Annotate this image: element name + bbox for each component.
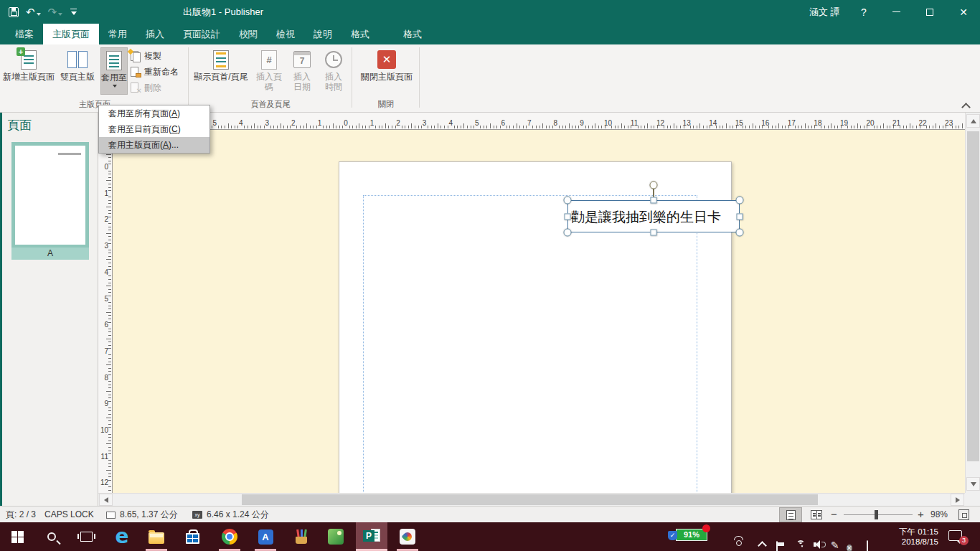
zoom-slider-track[interactable] [844,514,913,515]
tab-home[interactable]: 常用 [99,24,136,44]
menu-item-apply-all-pages[interactable]: 套用至所有頁面(A) [99,105,209,121]
resize-handle-left[interactable] [565,214,571,220]
store-button[interactable] [176,522,208,551]
apply-to-button[interactable]: 套用至 [100,47,128,95]
resize-handle-top-left[interactable] [564,197,572,204]
ruler-tick [638,126,639,128]
new-master-page-button[interactable]: + 新增主版頁面 [3,47,55,95]
ruler-tick [559,126,560,128]
sync-blocked-icon[interactable]: ✕ [847,531,852,545]
rotation-handle[interactable] [650,182,658,189]
ruler-number: 4 [104,269,108,276]
edge-button[interactable]: e [106,522,138,551]
ruler-tick [108,322,111,323]
search-button[interactable] [36,522,67,551]
tab-review[interactable]: 校閱 [230,24,267,44]
taskbar-clock[interactable]: 下午 01:15 2018/8/15 [888,527,938,547]
menu-item-apply-master-page[interactable]: 套用主版頁面(A)... [99,137,209,153]
resize-handle-bottom[interactable] [651,230,657,236]
horizontal-scrollbar[interactable] [98,493,965,506]
duplicate-button[interactable]: 複製 [129,49,187,63]
ruler-tick [939,126,940,128]
save-icon[interactable] [9,7,19,17]
task-view-button[interactable] [70,522,102,551]
two-page-master-label: 雙頁主版 [60,72,95,82]
publisher-taskbar-button[interactable]: P [356,522,387,551]
tab-page-design[interactable]: 頁面設計 [174,24,230,44]
horizontal-ruler[interactable]: 8765432101234567891011121314151617181920… [113,113,965,130]
pen-icon[interactable]: ✎ [831,540,839,551]
tab-format-drawing[interactable]: 格式 [337,24,383,44]
user-name[interactable]: 涵文 譚 [809,6,840,19]
ruler-tick [641,126,641,128]
tab-insert[interactable]: 插入 [136,24,174,44]
zoom-slider-thumb[interactable] [875,510,878,519]
ruler-tick [569,123,570,128]
single-page-view-button[interactable] [779,507,802,522]
tab-file[interactable]: 檔案 [6,24,43,44]
ruler-tick [532,126,533,128]
start-button[interactable] [1,522,33,551]
menu-item-text: ) [178,124,181,134]
minimize-button[interactable] [884,0,908,24]
zoom-level[interactable]: 98% [930,509,948,520]
ruler-tick [486,126,487,128]
ruler-tick [624,126,625,128]
scroll-up-button[interactable] [966,114,980,128]
scroll-left-button[interactable] [99,494,113,506]
vertical-scrollbar[interactable] [965,113,980,493]
horizontal-scroll-thumb[interactable] [242,494,818,505]
ruler-tick [703,126,704,128]
textbox-text[interactable]: 勸是讓我抽到樂的生日卡 [571,201,721,233]
fit-page-button[interactable] [958,509,969,520]
selected-textbox[interactable]: 勸是讓我抽到樂的生日卡 [567,200,740,232]
scroll-right-button[interactable] [951,494,964,506]
resize-handle-right[interactable] [737,214,743,220]
single-page-view-icon [786,510,796,520]
photo-app-button[interactable] [320,522,352,551]
tab-view[interactable]: 檢視 [267,24,304,44]
ruler-tick [108,279,111,280]
resize-handle-bottom-right[interactable] [736,229,744,237]
tab-format-textbox[interactable]: 格式 [390,24,435,44]
ruler-tick [680,126,681,128]
touch-keyboard-icon[interactable] [867,531,868,544]
scroll-down-button[interactable] [966,477,980,491]
two-page-view-button[interactable] [805,507,828,522]
undo-caret-icon[interactable] [37,13,41,16]
ruler-tick [428,126,428,128]
art-tools-app-button[interactable] [286,522,317,551]
vertical-ruler[interactable]: 10123456789101112 [98,130,113,493]
battery-icon[interactable] [776,531,778,544]
two-page-master-button[interactable]: 雙頁主版 [56,47,99,95]
dictionary-app-button[interactable]: A [250,522,281,551]
resize-handle-bottom-left[interactable] [564,229,572,237]
close-master-page-button[interactable]: ✕ 關閉主版頁面 [356,47,418,95]
zoom-in-button[interactable]: + [918,509,924,520]
page-indicator[interactable]: 頁: 2 / 3 [6,509,36,520]
chrome-button[interactable] [214,522,245,551]
vertical-scroll-thumb[interactable] [967,131,979,461]
rename-button[interactable]: 重新命名 [129,65,187,79]
canvas[interactable]: 勸是讓我抽到樂的生日卡 [113,130,965,493]
tab-help[interactable]: 說明 [304,24,341,44]
ruler-tick [228,123,229,128]
file-explorer-button[interactable] [141,522,172,551]
show-header-footer-button[interactable]: 顯示頁首/頁尾 [192,47,250,95]
menu-item-apply-current-page[interactable]: 套用至目前頁面(C) [99,121,209,137]
ruler-tick [108,243,111,244]
resize-handle-top-right[interactable] [736,197,744,204]
customize-qat-icon[interactable] [70,8,78,17]
close-button[interactable]: ✕ [951,0,976,24]
help-button[interactable]: ? [855,4,872,20]
paint-app-button[interactable] [392,522,423,551]
resize-handle-top[interactable] [651,197,657,204]
collapse-ribbon-icon[interactable] [962,103,971,109]
tab-master-page[interactable]: 主版頁面 [43,24,99,44]
close-icon: ✕ [959,7,968,17]
ruler-tick [108,447,111,448]
maximize-button[interactable] [918,0,942,24]
master-page-thumbnail[interactable]: A [11,142,89,260]
zoom-out-button[interactable]: − [831,509,837,520]
undo-button[interactable]: ↶ [26,6,41,19]
